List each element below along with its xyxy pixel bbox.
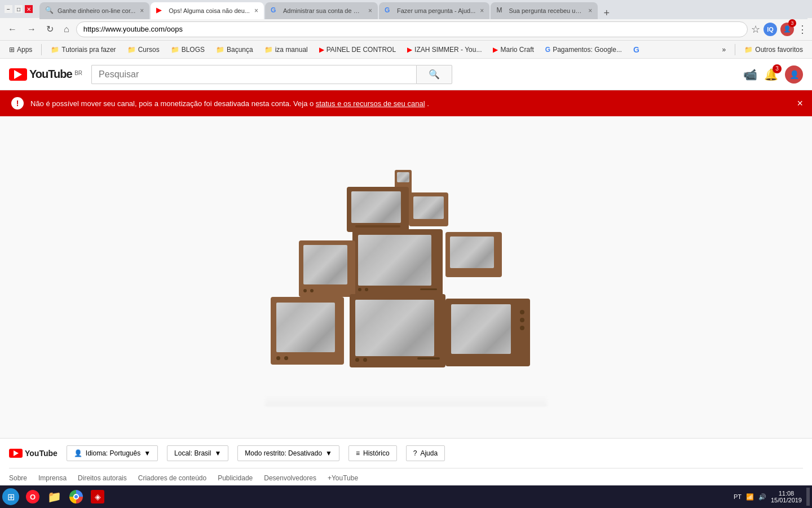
bookmark-cursos[interactable]: 📁 Cursos [123, 44, 164, 55]
tv-illustration [265, 170, 547, 384]
tab-5[interactable]: M Sua pergunta recebeu um... × [491, 2, 598, 19]
tv-bottom-center-detail2 [363, 358, 367, 362]
language-button[interactable]: 👤 Idioma: Português ▼ [67, 445, 158, 461]
footer-link-criadores[interactable]: Criadores de conteúdo [138, 474, 206, 482]
close-button[interactable]: ✕ [25, 5, 33, 13]
bookmark-cursos-icon: 📁 [127, 46, 136, 54]
tv-top-med-left-screen [351, 191, 401, 223]
tab-1-close[interactable]: × [140, 7, 144, 15]
history-label: Histórico [363, 449, 390, 457]
url-bar[interactable] [76, 21, 748, 37]
tab-1[interactable]: 🔍 Ganhe dinheiro on-line cor... × [39, 2, 149, 19]
tab-3-close[interactable]: × [368, 7, 372, 15]
youtube-play-shape [14, 70, 22, 79]
bookmark-painel-label: PAINEL DE CONTROL [326, 46, 396, 54]
start-button[interactable]: ⊞ [2, 488, 19, 505]
tv-right-med-top [445, 232, 502, 277]
tv-center-large-detail3 [420, 288, 437, 290]
header-icons: 📹 🔔 3 👤 [743, 65, 803, 84]
user-avatar[interactable]: 👤 [785, 65, 803, 84]
tab-5-close[interactable]: × [588, 7, 592, 15]
bookmark-bacunca[interactable]: 📁 Baçunça [211, 44, 258, 55]
home-button[interactable]: ⌂ [60, 22, 73, 37]
bookmark-iza-manual[interactable]: 📁 iza manual [260, 44, 312, 55]
back-button[interactable]: ← [5, 22, 20, 37]
footer-logo[interactable]: YouTube [9, 449, 58, 458]
bookmark-tutoriais-label: Tutoriais pra fazer [61, 46, 116, 54]
menu-icon[interactable]: ⋮ [797, 23, 807, 36]
footer-link-publicidade[interactable]: Publicidade [218, 474, 253, 482]
bookmark-mario[interactable]: ▶ Mario Craft [488, 44, 538, 55]
footer-link-plus-youtube[interactable]: +YouTube [328, 474, 358, 482]
footer-links: Sobre Imprensa Direitos autorais Criador… [9, 468, 803, 488]
bookmark-iza-manual-icon: 📁 [264, 46, 273, 54]
footer-link-sobre[interactable]: Sobre [9, 474, 27, 482]
bookmark-google-icon: G [633, 45, 639, 54]
location-button[interactable]: Local: Brasil ▼ [167, 445, 228, 461]
taskbar-show-desktop[interactable] [806, 488, 810, 506]
tv-bottom-right-screen [451, 304, 511, 354]
tab-3-favicon: G [271, 6, 280, 15]
youtube-logo-text: YouTube [29, 68, 72, 80]
more-icon: » [722, 46, 726, 54]
refresh-button[interactable]: ↻ [43, 21, 57, 37]
tv-bottom-left [271, 297, 344, 365]
bookmark-izah[interactable]: ▶ IZAH SIMMER - You... [403, 44, 486, 55]
tab-1-title: Ganhe dinheiro on-line cor... [58, 7, 135, 14]
restricted-mode-label: Modo restrito: Desativado [245, 449, 322, 457]
tv-bottom-left-detail1 [276, 356, 280, 360]
tab-2[interactable]: ▶ Ops! Alguma coisa não deu... × [151, 2, 264, 19]
minimize-button[interactable]: − [5, 5, 12, 13]
maximize-button[interactable]: □ [15, 5, 23, 13]
tab-3-title: Administrar sua conta de m... [283, 7, 364, 14]
tab-1-favicon: 🔍 [45, 6, 54, 15]
youtube-logo[interactable]: YouTube BR [9, 68, 82, 81]
forward-button[interactable]: → [24, 22, 39, 37]
footer-link-desenvolvedores[interactable]: Desenvolvedores [264, 474, 316, 482]
apps-bookmark[interactable]: ⊞ Apps [5, 44, 37, 55]
tv-bottom-right-detail3 [520, 326, 524, 330]
footer-logo-icon [9, 449, 23, 458]
nav-icons: ☆ IQ 👤 3 ⋮ [751, 23, 807, 36]
tabs-bar: 🔍 Ganhe dinheiro on-line cor... × ▶ Ops!… [39, 0, 807, 19]
tab-4-close[interactable]: × [480, 7, 484, 15]
bookmark-iza-manual-label: iza manual [275, 46, 308, 54]
tv-bottom-left-screen [276, 303, 335, 352]
restricted-mode-button[interactable]: Modo restrito: Desativado ▼ [237, 445, 339, 461]
tab-4[interactable]: G Fazer uma pergunta - Ajud... × [379, 2, 489, 19]
history-button[interactable]: ≡ Histórico [348, 445, 397, 461]
tab-2-close[interactable]: × [254, 7, 258, 15]
tv-top-med-left [347, 187, 409, 232]
navigation-bar: ← → ↻ ⌂ ☆ IQ 👤 3 ⋮ [0, 18, 812, 41]
tv-top-tiny-screen [397, 172, 409, 182]
bookmark-tutoriais-icon: 📁 [51, 46, 59, 54]
help-label: Ajuda [420, 449, 438, 457]
bookmark-icon[interactable]: ☆ [751, 23, 760, 36]
tab-4-title: Fazer uma pergunta - Ajud... [397, 7, 475, 14]
taskbar-files[interactable]: 📁 [44, 488, 65, 506]
bookmark-blogs[interactable]: 📁 BLOGS [166, 44, 209, 55]
taskbar-app5[interactable]: ◈ [87, 488, 108, 506]
tab-3[interactable]: G Administrar sua conta de m... × [265, 2, 378, 19]
bookmark-outros[interactable]: 📁 Outros favoritos [740, 44, 807, 55]
footer-link-imprensa[interactable]: Imprensa [38, 474, 67, 482]
tv-left-medium-screen [303, 245, 347, 284]
tv-left-medium-detail1 [303, 289, 307, 292]
alert-close-button[interactable]: × [797, 98, 803, 110]
bookmark-google[interactable]: G [629, 43, 644, 56]
search-button[interactable]: 🔍 [416, 65, 452, 84]
search-input[interactable] [91, 65, 416, 84]
bookmark-painel[interactable]: ▶ PAINEL DE CONTROL [315, 44, 400, 55]
notifications-icon[interactable]: 🔔 3 [764, 68, 778, 81]
alert-link[interactable]: status e os recursos de seu canal [316, 99, 425, 108]
footer-link-direitos[interactable]: Direitos autorais [78, 474, 127, 482]
bookmarks-more[interactable]: » [718, 44, 731, 55]
tv-top-small-right [409, 192, 448, 226]
taskbar-chrome[interactable] [66, 488, 86, 506]
bookmark-pagamentos[interactable]: G Pagamentos: Google... [541, 44, 626, 55]
bookmark-tutoriais[interactable]: 📁 Tutoriais pra fazer [46, 44, 120, 55]
help-button[interactable]: ? Ajuda [406, 445, 445, 461]
new-tab-button[interactable]: + [599, 7, 614, 19]
upload-video-icon[interactable]: 📹 [743, 68, 757, 81]
taskbar-opera[interactable]: O [23, 488, 43, 506]
